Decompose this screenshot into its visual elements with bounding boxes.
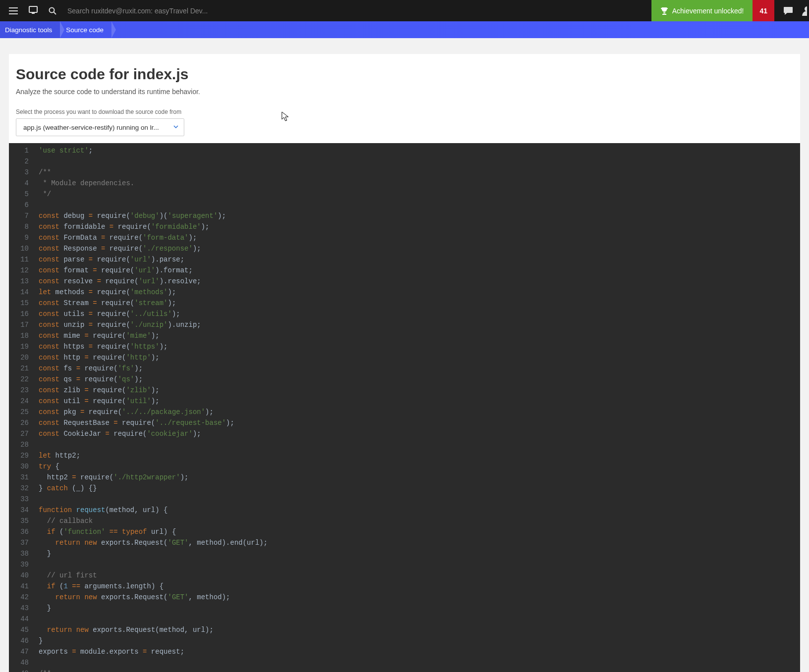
svg-point-2 [50,7,54,12]
menu-icon[interactable] [9,7,18,14]
process-select-value: app.js (weather-service-restify) running… [23,124,159,131]
process-select[interactable]: app.js (weather-service-restify) running… [16,118,184,136]
chevron-down-icon [173,124,179,131]
search-input[interactable] [67,7,266,15]
notification-count[interactable]: 41 [753,0,774,21]
topbar-left [0,6,266,16]
breadcrumb: Diagnostic tools Source code [0,21,809,38]
user-menu[interactable] [802,0,809,21]
chat-icon[interactable] [774,0,802,21]
code-lines: 'use strict'; /** * Module dependencies.… [36,143,268,672]
page-subtitle: Analyze the source code to understand it… [16,88,793,96]
dashboard-icon[interactable] [29,6,38,16]
achievement-banner[interactable]: Achievement unlocked! [651,0,753,21]
page-header: Source code for index.js Analyze the sou… [9,66,800,136]
code-viewer[interactable]: 1234567891011121314151617181920212223242… [9,143,800,672]
process-select-label: Select the process you want to download … [16,108,793,115]
svg-point-4 [805,6,807,11]
page-title: Source code for index.js [16,66,793,83]
search-icon[interactable] [49,7,56,15]
breadcrumb-item-diagnostic-tools[interactable]: Diagnostic tools [0,21,60,38]
topbar: Achievement unlocked! 41 [0,0,809,21]
svg-line-3 [54,12,56,14]
svg-rect-0 [29,6,37,12]
achievement-label: Achievement unlocked! [672,7,744,15]
trophy-icon [660,7,668,15]
breadcrumb-item-source-code[interactable]: Source code [60,21,111,38]
topbar-right: Achievement unlocked! 41 [651,0,809,21]
page: Source code for index.js Analyze the sou… [9,54,800,672]
svg-rect-1 [32,13,35,14]
line-gutter: 1234567891011121314151617181920212223242… [9,143,36,672]
